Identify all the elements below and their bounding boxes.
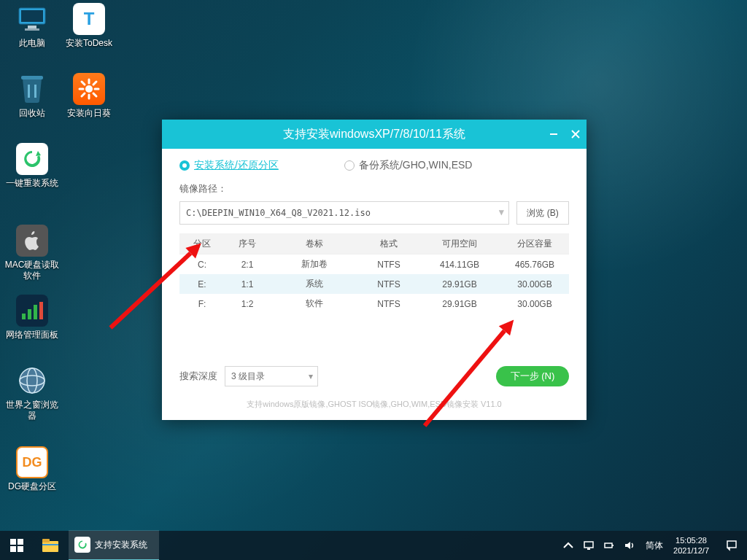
svg-rect-37	[42, 544, 58, 545]
svg-rect-3	[25, 28, 39, 31]
desktop-icon-label: 此电脑	[4, 38, 60, 49]
reinstall-icon	[16, 143, 48, 175]
col-format: 格式	[359, 233, 419, 254]
sunflower-icon	[73, 73, 105, 105]
col-index: 序号	[225, 233, 270, 254]
desktop-icon-label: DG硬盘分区	[4, 481, 60, 492]
desktop-icon-dg-partition[interactable]: DG DG硬盘分区	[4, 446, 60, 492]
file-explorer-button[interactable]	[34, 531, 67, 560]
svg-rect-19	[39, 302, 43, 319]
next-button[interactable]: 下一步 (N)	[496, 366, 569, 386]
table-row[interactable]: E:1:1系统NTFS29.91GB30.00GB	[179, 274, 569, 294]
col-capacity: 分区容量	[500, 233, 569, 254]
network-tray-icon[interactable]	[578, 531, 599, 560]
app-icon	[74, 537, 90, 553]
chevron-down-icon: ▾	[309, 371, 313, 381]
desktop-icon-label: 回收站	[4, 108, 60, 119]
clock-time: 15:05:28	[673, 535, 709, 545]
clock-date: 2021/12/7	[673, 545, 709, 556]
desktop-icon-label: 安装ToDesk	[61, 38, 117, 49]
dg-icon: DG	[16, 446, 48, 478]
radio-on-icon	[179, 160, 190, 171]
radio-label: 备份系统/GHO,WIN,ESD	[359, 159, 473, 172]
svg-rect-31	[10, 539, 16, 545]
radio-backup[interactable]: 备份系统/GHO,WIN,ESD	[344, 159, 473, 172]
svg-rect-16	[22, 314, 26, 319]
svg-marker-42	[625, 542, 630, 549]
table-row[interactable]: F:1:2软件NTFS29.91GB30.00GB	[179, 294, 569, 314]
clock[interactable]: 15:05:28 2021/12/7	[669, 535, 716, 556]
svg-rect-2	[28, 26, 36, 28]
apple-icon	[16, 225, 48, 257]
svg-rect-1	[21, 10, 43, 22]
taskbar-app-installer[interactable]: 支持安装系统	[69, 530, 159, 560]
desktop-icon-network-panel[interactable]: 网络管理面板	[4, 295, 60, 341]
desktop-icon-world-browser[interactable]: 世界之窗浏览器	[4, 365, 60, 421]
svg-rect-35	[42, 541, 58, 552]
network-panel-icon	[16, 295, 48, 327]
desktop-icon-label: 安装向日葵	[61, 108, 117, 119]
svg-line-15	[82, 93, 85, 96]
svg-rect-17	[28, 309, 31, 319]
battery-tray-icon[interactable]	[599, 531, 619, 560]
svg-rect-6	[34, 85, 36, 98]
installer-window: 支持安装windowsXP/7/8/10/11系统 安装系统/还原分区 备份系统…	[162, 120, 587, 420]
action-center-button[interactable]	[716, 531, 747, 560]
image-path-dropdown[interactable]: C:\DEEPIN_WIN10_X64_Q8_V2021.12.iso ▼	[179, 201, 509, 225]
svg-rect-33	[10, 546, 16, 552]
svg-rect-34	[18, 546, 23, 552]
close-button[interactable]	[565, 120, 587, 149]
volume-tray-icon[interactable]	[619, 531, 640, 560]
table-row[interactable]: C:2:1新加卷NTFS414.11GB465.76GB	[179, 254, 569, 275]
search-depth-select[interactable]: 3 级目录 ▾	[225, 366, 318, 386]
chevron-down-icon: ▼	[499, 207, 504, 217]
svg-rect-41	[612, 545, 614, 546]
svg-line-14	[93, 82, 96, 85]
svg-rect-39	[587, 548, 590, 550]
desktop-icon-label: 世界之窗浏览器	[4, 400, 60, 421]
recycle-bin-icon	[16, 73, 48, 105]
svg-rect-4	[21, 76, 43, 79]
image-path-value: C:\DEEPIN_WIN10_X64_Q8_V2021.12.iso	[186, 208, 371, 218]
todesk-icon: T	[73, 3, 105, 35]
desktop-icon-recycle-bin[interactable]: 回收站	[4, 73, 60, 119]
search-depth-label: 搜索深度	[179, 370, 217, 383]
desktop-icon-sunflower[interactable]: 安装向日葵	[61, 73, 117, 119]
taskbar-app-label: 支持安装系统	[95, 539, 147, 551]
svg-rect-32	[18, 539, 23, 545]
svg-rect-18	[34, 305, 37, 319]
titlebar[interactable]: 支持安装windowsXP/7/8/10/11系统	[162, 120, 587, 149]
radio-off-icon	[344, 160, 355, 171]
image-path-label: 镜像路径：	[179, 182, 569, 195]
svg-rect-38	[584, 542, 593, 548]
ime-indicator[interactable]: 简体	[640, 531, 669, 560]
tray-icon[interactable]	[558, 531, 578, 560]
partition-table: 分区 序号 卷标 格式 可用空间 分区容量 C:2:1新加卷NTFS414.11…	[179, 233, 569, 314]
globe-icon	[16, 365, 48, 397]
svg-rect-5	[28, 85, 30, 98]
window-title: 支持安装windowsXP/7/8/10/11系统	[283, 127, 465, 142]
pc-icon	[16, 3, 48, 35]
desktop-icon-label: MAC硬盘读取软件	[4, 260, 60, 281]
radio-label: 安装系统/还原分区	[194, 159, 279, 172]
desktop-icon-label: 一键重装系统	[4, 178, 60, 189]
desktop-icon-reinstall[interactable]: 一键重装系统	[4, 143, 60, 189]
col-volume: 卷标	[270, 233, 359, 254]
svg-rect-40	[605, 543, 612, 548]
desktop-icon-mac-reader[interactable]: MAC硬盘读取软件	[4, 225, 60, 281]
browse-button[interactable]: 浏览 (B)	[516, 201, 569, 225]
col-free: 可用空间	[419, 233, 500, 254]
desktop-icon-todesk[interactable]: T 安装ToDesk	[61, 3, 117, 49]
taskbar: 支持安装系统 简体 15:05:28 2021/12/7	[0, 531, 747, 560]
radio-install-restore[interactable]: 安装系统/还原分区	[179, 159, 279, 172]
svg-point-7	[85, 85, 93, 93]
footer-text: 支持windows原版镜像,GHOST ISO镜像,GHO,WIM,ESD镜像安…	[162, 399, 587, 410]
svg-line-13	[93, 93, 96, 96]
minimize-button[interactable]	[543, 120, 565, 149]
svg-rect-36	[42, 539, 50, 542]
desktop-icon-this-pc[interactable]: 此电脑	[4, 3, 60, 49]
start-button[interactable]	[0, 531, 34, 560]
svg-line-12	[82, 82, 85, 85]
desktop-icon-label: 网络管理面板	[4, 330, 60, 341]
svg-rect-43	[727, 541, 736, 548]
